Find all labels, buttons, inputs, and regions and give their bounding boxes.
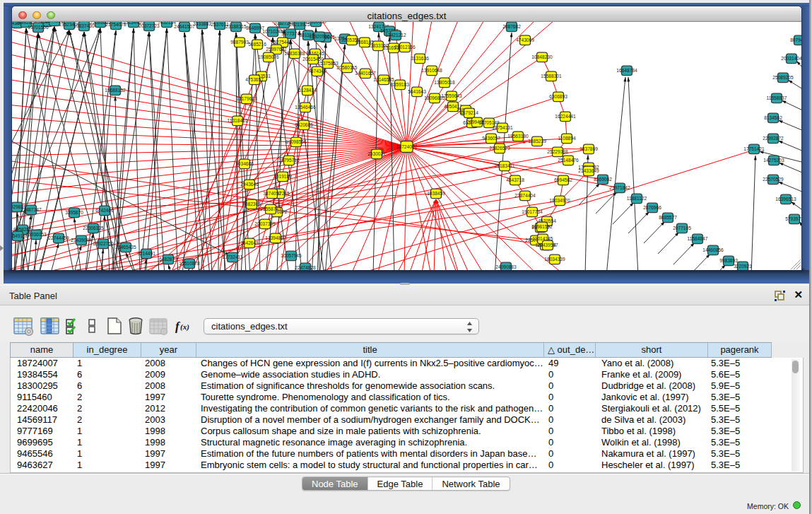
- svg-text:9034686: 9034686: [235, 161, 254, 166]
- svg-text:19085076: 19085076: [258, 54, 279, 59]
- svg-text:21981592: 21981592: [531, 224, 553, 229]
- svg-text:16648784: 16648784: [616, 68, 637, 73]
- svg-text:5793975: 5793975: [785, 216, 801, 221]
- svg-text:4753657: 4753657: [245, 77, 264, 82]
- svg-text:16224441: 16224441: [555, 114, 576, 119]
- svg-text:20031404: 20031404: [781, 56, 801, 61]
- svg-text:8359183: 8359183: [391, 82, 409, 87]
- svg-text:18724007: 18724007: [396, 144, 418, 149]
- svg-text:13146585: 13146585: [373, 77, 394, 82]
- svg-text:22992872: 22992872: [763, 136, 784, 141]
- svg-text:22439587: 22439587: [537, 243, 558, 247]
- svg-text:18922760: 18922760: [93, 241, 114, 246]
- svg-text:10057945: 10057945: [281, 253, 302, 258]
- svg-text:8134562: 8134562: [764, 115, 782, 120]
- svg-text:19017734: 19017734: [522, 209, 543, 214]
- svg-text:2530027: 2530027: [367, 151, 386, 156]
- svg-text:2943646: 2943646: [240, 182, 259, 187]
- svg-text:7452134: 7452134: [158, 22, 176, 25]
- svg-text:22570529: 22570529: [763, 177, 784, 182]
- svg-text:22330030: 22330030: [305, 22, 326, 24]
- svg-text:12920906: 12920906: [309, 34, 330, 39]
- svg-text:24641507: 24641507: [174, 24, 195, 29]
- svg-text:15375853: 15375853: [317, 61, 339, 66]
- svg-text:3677374: 3677374: [281, 31, 300, 36]
- svg-text:8079409: 8079409: [790, 37, 801, 42]
- svg-text:6128434: 6128434: [298, 88, 317, 93]
- svg-text:9275445: 9275445: [273, 40, 292, 45]
- svg-text:9887903: 9887903: [230, 40, 249, 45]
- svg-text:9983893: 9983893: [719, 258, 738, 263]
- svg-text:18034970: 18034970: [549, 198, 570, 203]
- svg-text:8646997: 8646997: [246, 25, 264, 30]
- svg-text:24090883: 24090883: [495, 264, 517, 269]
- svg-text:3642648: 3642648: [240, 240, 259, 245]
- svg-text:1019189: 1019189: [273, 174, 292, 179]
- svg-text:3220921: 3220921: [734, 264, 752, 269]
- svg-text:13421212: 13421212: [385, 33, 406, 37]
- svg-text:19563180: 19563180: [507, 134, 529, 139]
- svg-text:9082309: 9082309: [242, 201, 261, 206]
- svg-text:5685216: 5685216: [248, 42, 266, 47]
- svg-text:6306893: 6306893: [549, 94, 567, 99]
- svg-text:22744459: 22744459: [48, 235, 69, 240]
- svg-text:6994562: 6994562: [554, 177, 572, 182]
- svg-text:13179613: 13179613: [236, 96, 257, 101]
- svg-text:16510878: 16510878: [179, 261, 200, 266]
- svg-text:13546466: 13546466: [295, 105, 316, 110]
- svg-text:6482877: 6482877: [159, 257, 177, 262]
- svg-text:23971842: 23971842: [609, 185, 630, 190]
- svg-text:20037339: 20037339: [254, 221, 276, 226]
- svg-text:2077105: 2077105: [673, 226, 691, 230]
- svg-text:18795716: 18795716: [278, 158, 300, 163]
- svg-text:7674349: 7674349: [308, 69, 326, 74]
- svg-text:10848230: 10848230: [531, 54, 553, 59]
- svg-text:3333883: 3333883: [193, 22, 211, 26]
- svg-text:13732411: 13732411: [223, 255, 243, 259]
- svg-text:11584847: 11584847: [688, 236, 708, 241]
- svg-text:23188315: 23188315: [225, 24, 247, 29]
- svg-text:3874052: 3874052: [263, 191, 281, 196]
- svg-text:21439044: 21439044: [71, 238, 92, 243]
- svg-text:22306335: 22306335: [83, 226, 104, 230]
- svg-text:6420686: 6420686: [295, 122, 313, 127]
- svg-text:1938459: 1938459: [427, 191, 445, 196]
- svg-text:4743069: 4743069: [516, 37, 534, 42]
- svg-text:19836388: 19836388: [284, 51, 305, 56]
- svg-text:21433649: 21433649: [578, 168, 599, 173]
- svg-text:23826523: 23826523: [489, 146, 510, 151]
- svg-text:13910648: 13910648: [421, 68, 442, 73]
- svg-text:25148476: 25148476: [558, 158, 579, 163]
- svg-text:20372723: 20372723: [139, 23, 160, 28]
- svg-text:17559643: 17559643: [441, 93, 462, 98]
- svg-text:3131636: 3131636: [411, 56, 429, 61]
- svg-text:4679214: 4679214: [460, 110, 478, 115]
- svg-text:17394887: 17394887: [265, 235, 286, 240]
- svg-text:9214491: 9214491: [137, 251, 155, 256]
- svg-text:11558837: 11558837: [767, 95, 787, 100]
- svg-text:2087682: 2087682: [502, 24, 521, 29]
- svg-text:15588301: 15588301: [541, 74, 562, 78]
- svg-text:20580115: 20580115: [337, 65, 358, 70]
- svg-text:25183411: 25183411: [495, 163, 515, 168]
- svg-text:23936053: 23936053: [25, 232, 47, 237]
- svg-text:(x): (x): [180, 322, 189, 332]
- svg-text:8685577: 8685577: [659, 215, 677, 220]
- svg-text:14460856: 14460856: [702, 247, 724, 252]
- svg-text:13701506: 13701506: [28, 25, 49, 30]
- svg-text:25089205: 25089205: [772, 75, 794, 80]
- svg-text:2876966: 2876966: [643, 205, 661, 210]
- svg-text:22474828: 22474828: [295, 265, 316, 270]
- svg-text:17751421: 17751421: [743, 146, 765, 151]
- svg-text:4843718: 4843718: [506, 177, 524, 182]
- svg-text:10710248: 10710248: [262, 29, 283, 34]
- svg-text:25465435: 25465435: [115, 245, 136, 250]
- svg-text:1385239: 1385239: [528, 139, 546, 144]
- svg-text:18034339: 18034339: [544, 257, 565, 262]
- svg-text:11881122: 11881122: [627, 196, 647, 201]
- svg-text:19688132: 19688132: [105, 88, 126, 93]
- svg-text:21012166: 21012166: [394, 45, 416, 49]
- svg-text:8369062: 8369062: [594, 177, 612, 182]
- svg-text:9837869: 9837869: [579, 146, 598, 151]
- svg-text:1108894: 1108894: [558, 136, 576, 141]
